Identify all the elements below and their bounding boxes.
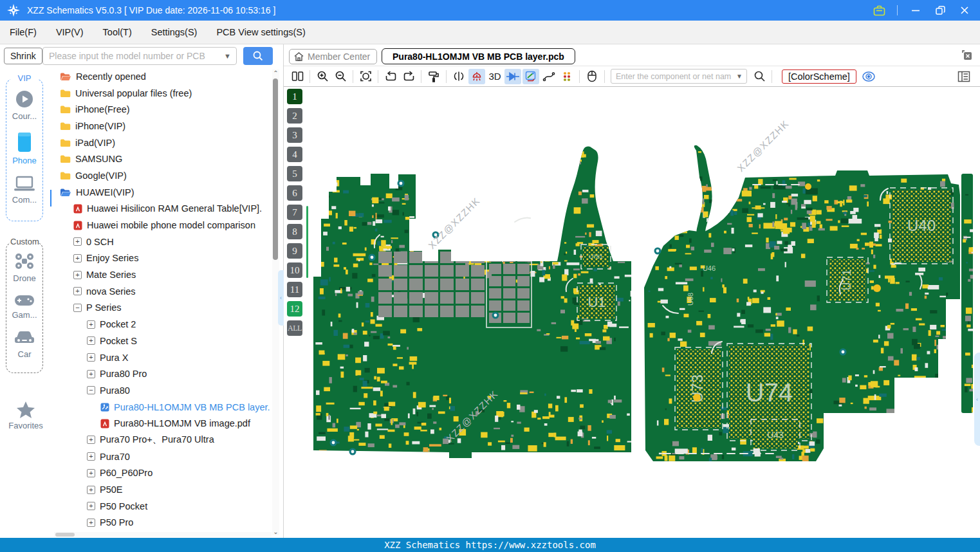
net-search-input[interactable] — [616, 72, 736, 81]
tree-item[interactable]: +Pura80 Pro — [51, 365, 272, 382]
eye-visibility-icon[interactable] — [860, 69, 877, 84]
restore-button[interactable] — [934, 4, 947, 17]
close-button[interactable] — [958, 4, 971, 17]
menu-pcb-view-settings[interactable]: PCB View settings(S) — [207, 27, 315, 37]
pcb-board-image[interactable]: U1U781U71U73U74U40U43 U46U68 XZZ@XZZHKXZ… — [302, 87, 980, 538]
tree-item[interactable]: +P50 Pro — [51, 515, 272, 531]
tree-item[interactable]: Huawei mobile phone model comparison — [51, 217, 272, 234]
expand-plus-icon[interactable]: + — [73, 287, 82, 295]
menu-tool[interactable]: Tool(T) — [93, 27, 142, 37]
net-search-combo[interactable]: ▼ — [611, 69, 747, 84]
tree-item[interactable]: +Pura70 Pro+、Pura70 Ultra — [51, 432, 272, 448]
tree-item[interactable]: iPad(VIP) — [51, 134, 272, 151]
expand-plus-icon[interactable]: + — [73, 237, 82, 246]
expand-plus-icon[interactable]: + — [87, 452, 95, 461]
tree-hscrollbar-thumb[interactable] — [55, 533, 75, 537]
expand-plus-icon[interactable]: + — [87, 336, 95, 345]
color-dots-icon[interactable] — [559, 69, 575, 84]
sidebar-item-phone[interactable]: Phone — [6, 131, 42, 165]
vip-briefcase-icon[interactable] — [873, 4, 885, 17]
paint-roller-icon[interactable] — [425, 69, 442, 84]
menu-settings[interactable]: Settings(S) — [142, 27, 207, 37]
layer-button-7[interactable]: 7 — [287, 205, 302, 220]
layer-button-10[interactable]: 10 — [287, 262, 302, 278]
tree-item[interactable]: Universal popular files (free) — [51, 85, 272, 102]
mouse-settings-icon[interactable] — [584, 69, 600, 84]
expand-plus-icon[interactable]: + — [87, 353, 95, 362]
right-panel-collapse-handle[interactable]: ‹ — [974, 353, 980, 446]
sidebar-item-drone[interactable]: Drone — [6, 252, 42, 283]
close-tab-icon[interactable] — [961, 49, 973, 61]
layer-button-all[interactable]: ALL — [287, 320, 302, 336]
layer-button-11[interactable]: 11 — [287, 282, 302, 297]
tree-item[interactable]: Google(VIP) — [51, 167, 272, 184]
minimize-button[interactable] — [909, 4, 922, 17]
layer-panel-toggle-icon[interactable] — [956, 69, 972, 84]
tree-item[interactable]: iPhone(VIP) — [51, 118, 272, 134]
sidebar-item-car[interactable]: Car — [6, 330, 42, 359]
rotate-cw-icon[interactable] — [400, 69, 417, 84]
tree-item[interactable]: +nova Series — [51, 283, 272, 300]
tree-item[interactable]: Pura80-HL1OMJM VB MB PCB layer. — [51, 399, 272, 416]
layer-button-8[interactable]: 8 — [287, 224, 302, 239]
menu-vip[interactable]: VIP(V) — [46, 27, 93, 37]
layer-button-12[interactable]: 12 — [287, 301, 302, 317]
expand-plus-icon[interactable]: + — [87, 436, 95, 444]
tree-scrollbar-thumb[interactable] — [273, 78, 278, 260]
tree-item[interactable]: +Pocket 2 — [51, 316, 272, 333]
expand-plus-icon[interactable]: + — [87, 502, 95, 510]
active-document-tab[interactable]: Pura80-HL1OMJM VB MB PCB layer.pcb — [382, 48, 575, 64]
net-search-icon[interactable] — [751, 69, 768, 84]
view-3d-button[interactable]: 3D — [486, 69, 503, 84]
tree-item[interactable]: +0 SCH — [51, 234, 272, 250]
pcb-viewport[interactable]: 123456789101112ALL U1U781U71U73U74U40U43… — [284, 87, 980, 538]
colorscheme-button[interactable]: [ColorScheme] — [782, 69, 856, 84]
shrink-button[interactable]: Shrink — [4, 48, 42, 64]
layer-button-9[interactable]: 9 — [287, 243, 302, 259]
tree-item[interactable]: Pura80-HL1OMJM VB image.pdf — [51, 415, 272, 432]
tree-item[interactable]: +P50 Pocket — [51, 498, 272, 515]
layer-button-2[interactable]: 2 — [287, 108, 302, 124]
chevron-down-icon[interactable]: ▼ — [224, 52, 231, 60]
expand-plus-icon[interactable]: + — [87, 370, 95, 378]
fit-view-icon[interactable] — [357, 69, 374, 84]
tree-item[interactable]: −P Series — [51, 300, 272, 317]
expand-plus-icon[interactable]: + — [87, 320, 95, 329]
layer-button-5[interactable]: 5 — [287, 166, 302, 181]
expand-plus-icon[interactable]: + — [73, 271, 82, 279]
tree-item[interactable]: +P50E — [51, 481, 272, 498]
tree-item[interactable]: iPhone(Free) — [51, 101, 272, 118]
tree-item[interactable]: −Pura80 — [51, 382, 272, 399]
layer-button-3[interactable]: 3 — [287, 127, 302, 143]
layer-button-6[interactable]: 6 — [287, 185, 302, 201]
curve-tool-icon[interactable] — [541, 69, 557, 84]
tree-item[interactable]: +P60_P60Pro — [51, 465, 272, 482]
scroll-up-icon[interactable]: ⌃ — [272, 69, 279, 77]
model-search-input[interactable] — [49, 51, 224, 61]
sidebar-item-computer[interactable]: Com... — [6, 176, 42, 205]
layer-button-1[interactable]: 1 — [287, 89, 302, 104]
layer-button-4[interactable]: 4 — [287, 147, 302, 162]
expand-plus-icon[interactable]: + — [73, 254, 82, 262]
tree-item[interactable]: +Pura70 — [51, 448, 272, 465]
tree-item[interactable]: SAMSUNG — [51, 151, 272, 167]
tree-item[interactable]: +Mate Series — [51, 266, 272, 283]
collapse-minus-icon[interactable]: − — [87, 386, 95, 394]
tree-item[interactable]: Recently opened — [51, 68, 272, 85]
tree-item[interactable]: +Pura X — [51, 349, 272, 366]
zoom-in-icon[interactable] — [314, 69, 331, 84]
model-search-button[interactable] — [243, 47, 273, 65]
expand-plus-icon[interactable]: + — [87, 486, 95, 494]
tree-collapse-handle[interactable]: ‹ — [278, 270, 284, 326]
tree-item[interactable]: +Pocket S — [51, 333, 272, 349]
chevron-down-icon[interactable]: ▼ — [736, 73, 743, 80]
mirror-flip-icon[interactable] — [450, 69, 467, 84]
rotate-ccw-icon[interactable] — [382, 69, 399, 84]
expand-plus-icon[interactable]: + — [87, 469, 95, 477]
scroll-down-icon[interactable]: ⌄ — [272, 528, 279, 535]
tree-horizontal-scrollbar[interactable] — [54, 532, 272, 537]
tree-item[interactable]: +Enjoy Series — [51, 250, 272, 267]
highlight-lamp-icon[interactable] — [468, 69, 485, 84]
tree-item[interactable]: Huawei Hisilicon RAM General Table[VIP]. — [51, 201, 272, 217]
menu-file[interactable]: File(F) — [0, 27, 46, 37]
